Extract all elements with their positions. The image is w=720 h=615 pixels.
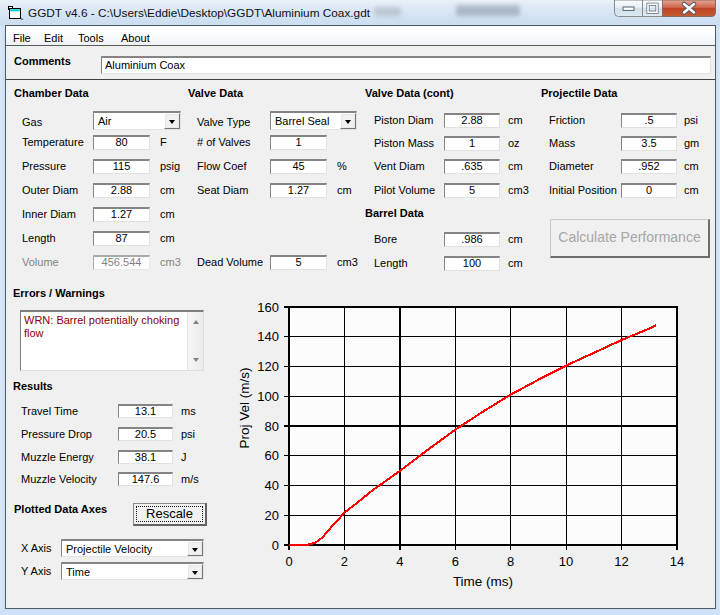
svg-text:140: 140 [257,329,279,344]
svg-text:2: 2 [341,554,348,569]
svg-text:Proj Vel (m/s): Proj Vel (m/s) [237,367,252,448]
svg-text:4: 4 [396,554,403,569]
svg-text:14: 14 [670,554,684,569]
svg-text:20: 20 [265,508,279,523]
svg-text:0: 0 [272,538,279,553]
svg-text:10: 10 [559,554,573,569]
svg-text:0: 0 [285,554,292,569]
svg-text:Time (ms): Time (ms) [453,574,513,589]
svg-text:80: 80 [265,419,279,434]
svg-text:160: 160 [257,300,279,315]
svg-text:8: 8 [507,554,514,569]
svg-text:100: 100 [257,389,279,404]
svg-text:60: 60 [265,448,279,463]
svg-text:12: 12 [614,554,628,569]
svg-text:40: 40 [265,478,279,493]
svg-text:120: 120 [257,359,279,374]
svg-text:6: 6 [452,554,459,569]
